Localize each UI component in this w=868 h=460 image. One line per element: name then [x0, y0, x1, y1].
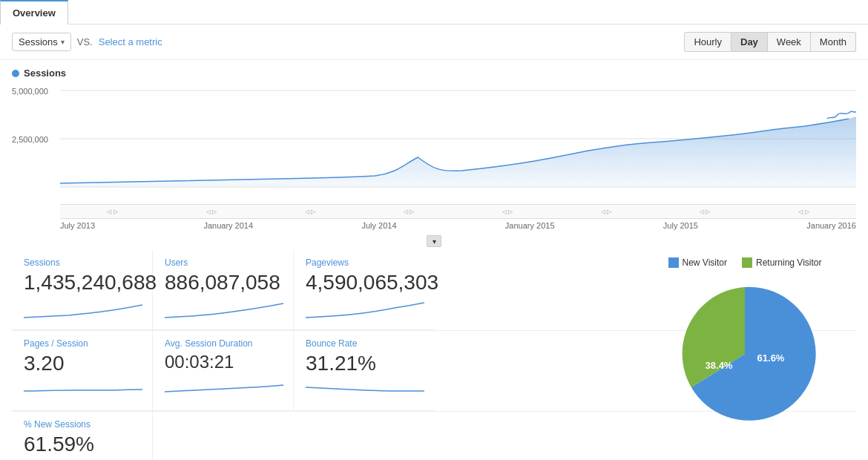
metric-value-avg-duration: 00:03:21 [165, 352, 281, 372]
sessions-legend-label: Sessions [24, 68, 66, 79]
pie-legend-new: New Visitor [668, 257, 727, 268]
metric-card-pages-session: Pages / Session 3.20 [12, 331, 153, 411]
chart-area: 5,000,000 2,500,000 [12, 83, 856, 232]
returning-visitor-label: Returning Visitor [756, 257, 822, 268]
metric-value-bounce-rate: 31.21% [306, 352, 423, 375]
toolbar-left: Sessions ▾ VS. Select a metric [12, 33, 162, 51]
pie-chart-svg: 38.4% 61.6% [671, 280, 819, 428]
vs-label: VS. [77, 36, 93, 47]
metric-title-users: Users [165, 257, 281, 268]
metric-value-new-sessions: 61.59% [24, 433, 140, 456]
metric-title-sessions: Sessions [24, 257, 140, 268]
metric-card-pageviews: Pageviews 4,590,065,303 [294, 250, 435, 330]
metric-dropdown[interactable]: Sessions ▾ [12, 33, 71, 51]
metric-dropdown-label: Sessions [19, 36, 58, 47]
metric-card-new-sessions: % New Sessions 61.59% [12, 412, 153, 460]
sparkline-users [165, 299, 283, 321]
y-label-top: 5,000,000 [12, 87, 48, 96]
x-axis-labels: July 2013 January 2014 July 2014 January… [60, 219, 856, 232]
metric-card-users: Users 886,087,058 [153, 250, 294, 330]
new-visitor-pct-text: 61.6% [757, 352, 785, 364]
sessions-legend-dot [12, 70, 19, 77]
chart-nav-row: ◁ ▷ ◁ ▷ ◁ ▷ ◁ ▷ ◁ ▷ ◁ ▷ ◁ ▷ ◁ ▷ [60, 204, 856, 219]
scroll-down-button[interactable]: ▾ [427, 235, 441, 247]
scroll-down-icon: ▾ [433, 237, 436, 246]
time-buttons: Hourly Day Week Month [684, 32, 856, 52]
toolbar: Sessions ▾ VS. Select a metric Hourly Da… [0, 24, 868, 60]
chart-legend: Sessions [12, 68, 856, 79]
metric-title-pageviews: Pageviews [306, 257, 423, 268]
pie-legend-returning: Returning Visitor [742, 257, 822, 268]
metric-value-pages-session: 3.20 [24, 352, 140, 375]
time-btn-day[interactable]: Day [731, 32, 768, 52]
metric-title-new-sessions: % New Sessions [24, 419, 140, 430]
sparkline-avg-duration [165, 377, 283, 399]
scroll-indicator: ▾ [12, 235, 856, 247]
sparkline-pages-session [24, 380, 142, 402]
sparkline-sessions [24, 299, 142, 321]
bottom-section: Sessions 1,435,240,688 Users 886,087,058… [0, 250, 868, 460]
chart-svg-container: ◁ ▷ ◁ ▷ ◁ ▷ ◁ ▷ ◁ ▷ ◁ ▷ ◁ ▷ ◁ ▷ July 201… [60, 83, 856, 232]
chart-nav-dots: ◁ ▷ ◁ ▷ ◁ ▷ ◁ ▷ ◁ ▷ ◁ ▷ ◁ ▷ ◁ ▷ [63, 208, 853, 215]
x-label-2: July 2014 [361, 221, 396, 230]
x-label-1: January 2014 [203, 221, 253, 230]
time-btn-month[interactable]: Month [811, 32, 856, 52]
chart-container: Sessions 5,000,000 2,500,000 [0, 60, 868, 247]
sparkline-pageviews [306, 299, 424, 321]
time-btn-hourly[interactable]: Hourly [684, 32, 731, 52]
chart-area-fill [60, 116, 856, 187]
sparkline-bounce-rate [306, 380, 424, 402]
select-metric-link[interactable]: Select a metric [99, 36, 162, 47]
x-label-0: July 2013 [60, 221, 95, 230]
time-btn-week[interactable]: Week [768, 32, 811, 52]
metric-card-sessions: Sessions 1,435,240,688 [12, 250, 153, 330]
dropdown-arrow-icon: ▾ [61, 38, 65, 46]
pie-legend: New Visitor Returning Visitor [634, 257, 856, 268]
new-visitor-label: New Visitor [683, 257, 727, 268]
x-label-5: January 2016 [806, 221, 856, 230]
metric-value-sessions: 1,435,240,688 [24, 271, 140, 295]
new-visitor-color-box [668, 257, 679, 268]
chart-line-jagged [827, 111, 856, 119]
pie-chart-wrapper: 38.4% 61.6% [634, 280, 856, 428]
chart-svg [60, 83, 856, 202]
pie-section: New Visitor Returning Visitor 38.4% 61.6… [634, 257, 856, 428]
x-label-3: January 2015 [505, 221, 555, 230]
metric-title-bounce-rate: Bounce Rate [306, 338, 423, 349]
returning-visitor-pct-text: 38.4% [706, 360, 733, 371]
tab-bar: Overview [0, 0, 868, 24]
metric-value-pageviews: 4,590,065,303 [306, 271, 423, 295]
returning-visitor-color-box [742, 257, 752, 268]
tab-overview[interactable]: Overview [0, 0, 68, 24]
y-label-mid: 2,500,000 [12, 135, 48, 144]
metric-title-pages-session: Pages / Session [24, 338, 140, 349]
x-label-4: July 2015 [663, 221, 698, 230]
metric-card-bounce-rate: Bounce Rate 31.21% [294, 331, 435, 411]
metric-card-avg-duration: Avg. Session Duration 00:03:21 [153, 331, 294, 411]
metric-value-users: 886,087,058 [165, 271, 281, 295]
metric-title-avg-duration: Avg. Session Duration [165, 338, 281, 349]
